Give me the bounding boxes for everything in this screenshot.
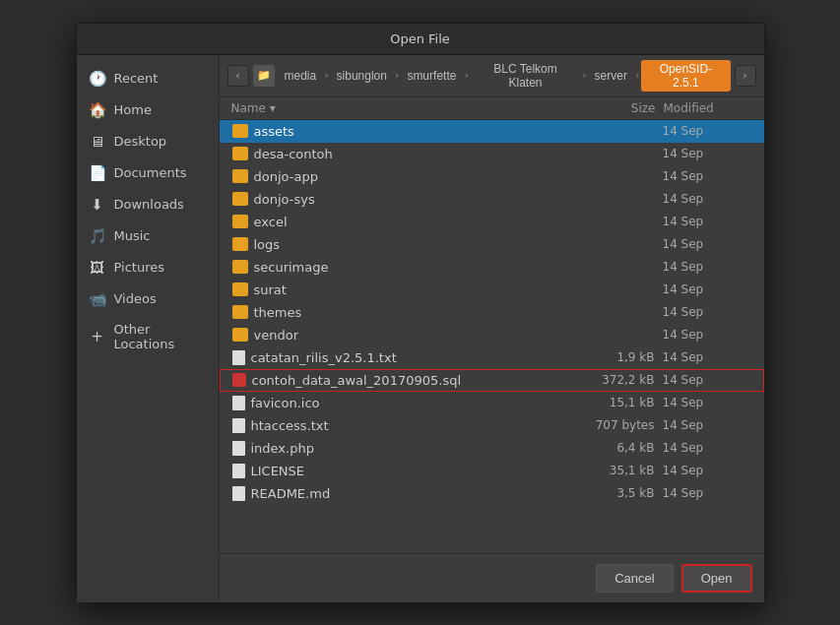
file-modified: 14 Sep (663, 305, 751, 319)
sidebar-label-documents: Documents (114, 165, 187, 180)
back-button[interactable]: ‹ (227, 65, 249, 87)
open-file-dialog: Open File 🕐 Recent 🏠 Home 🖥 Desktop 📄 Do… (76, 23, 765, 603)
breadcrumb-blc-telkom-klaten[interactable]: BLC Telkom Klaten (471, 60, 580, 92)
sidebar-item-videos[interactable]: 📹 Videos (77, 283, 219, 315)
file-name-text: README.md (251, 486, 331, 501)
recent-icon: 🕐 (89, 70, 106, 88)
file-rows: assets 14 Sep desa-contoh 14 Sep donjo-a… (220, 120, 764, 505)
folder-icon (232, 169, 248, 183)
table-row[interactable]: logs 14 Sep (220, 233, 764, 256)
table-row[interactable]: favicon.ico 15,1 kB 14 Sep (220, 392, 764, 414)
file-modified: 14 Sep (663, 486, 751, 500)
table-row[interactable]: htaccess.txt 707 bytes 14 Sep (220, 414, 764, 437)
table-row[interactable]: securimage 14 Sep (220, 256, 764, 279)
sidebar-item-downloads[interactable]: ⬇ Downloads (77, 189, 219, 220)
table-row[interactable]: catatan_rilis_v2.5.1.txt 1,9 kB 14 Sep (220, 346, 764, 369)
sidebar-item-music[interactable]: 🎵 Music (77, 220, 219, 252)
table-row[interactable]: donjo-app 14 Sep (220, 165, 764, 188)
file-name-text: htaccess.txt (251, 418, 329, 433)
file-name-text: contoh_data_awal_20170905.sql (252, 373, 462, 388)
file-name: securimage (232, 260, 564, 275)
sidebar-item-desktop[interactable]: 🖥 Desktop (77, 126, 219, 157)
table-row[interactable]: desa-contoh 14 Sep (220, 143, 764, 165)
file-modified: 14 Sep (663, 147, 751, 160)
sidebar-label-home: Home (114, 102, 152, 117)
bottom-bar: Cancel Open (220, 553, 764, 602)
sidebar-item-other[interactable]: + Other Locations (77, 315, 219, 358)
file-modified: 14 Sep (663, 192, 751, 206)
file-name-text: catatan_rilis_v2.5.1.txt (251, 350, 397, 365)
file-modified: 14 Sep (663, 260, 751, 274)
other-icon: + (89, 328, 106, 345)
file-name: index.php (232, 441, 564, 456)
table-row[interactable]: surat 14 Sep (220, 279, 764, 301)
table-row[interactable]: contoh_data_awal_20170905.sql 372,2 kB 1… (220, 369, 764, 392)
table-row[interactable]: index.php 6,4 kB 14 Sep (220, 437, 764, 460)
table-row[interactable]: LICENSE 35,1 kB 14 Sep (220, 460, 764, 482)
sidebar-item-home[interactable]: 🏠 Home (77, 94, 219, 126)
breadcrumb-server[interactable]: server (589, 67, 633, 85)
table-row[interactable]: themes 14 Sep (220, 301, 764, 324)
open-button[interactable]: Open (681, 564, 752, 593)
file-name: README.md (232, 486, 564, 501)
file-name-text: surat (254, 282, 287, 297)
sidebar-label-downloads: Downloads (114, 197, 184, 212)
file-name-text: assets (254, 124, 294, 139)
sidebar-item-documents[interactable]: 📄 Documents (77, 157, 219, 189)
folder-icon (232, 282, 248, 296)
file-modified: 14 Sep (663, 396, 751, 409)
table-row[interactable]: excel 14 Sep (220, 211, 764, 233)
sidebar-item-pictures[interactable]: 🖼 Pictures (77, 252, 219, 283)
file-list-header: Name ▾ Size Modified (220, 97, 764, 120)
file-modified: 14 Sep (663, 237, 751, 251)
file-modified: 14 Sep (663, 328, 751, 342)
file-name: favicon.ico (232, 396, 564, 410)
file-icon (232, 418, 245, 433)
breadcrumb-sep-1: › (324, 69, 328, 82)
table-row[interactable]: donjo-sys 14 Sep (220, 188, 764, 211)
file-name-text: favicon.ico (251, 396, 320, 410)
file-icon (232, 464, 245, 478)
file-modified: 14 Sep (663, 464, 751, 477)
file-icon (232, 486, 245, 501)
desktop-icon: 🖥 (89, 133, 106, 151)
header-modified[interactable]: Modified (664, 101, 752, 115)
file-name-text: securimage (254, 260, 329, 275)
file-name-text: excel (254, 215, 288, 229)
breadcrumb-opensid-2.5.1[interactable]: OpenSID-2.5.1 (641, 60, 730, 92)
table-row[interactable]: README.md 3,5 kB 14 Sep (220, 482, 764, 505)
file-list-wrapper[interactable]: Name ▾ Size Modified assets 14 Sep desa-… (220, 97, 764, 553)
downloads-icon: ⬇ (89, 196, 106, 214)
file-name: htaccess.txt (232, 418, 564, 433)
documents-icon: 📄 (89, 164, 106, 182)
sql-icon (232, 373, 246, 387)
table-row[interactable]: assets 14 Sep (220, 120, 764, 143)
file-name: donjo-app (232, 169, 564, 184)
table-row[interactable]: vendor 14 Sep (220, 324, 764, 346)
file-name: themes (232, 305, 564, 320)
title-text: Open File (390, 31, 450, 46)
file-name: assets (232, 124, 564, 139)
file-size: 1,9 kB (564, 350, 663, 364)
header-size[interactable]: Size (565, 101, 664, 115)
file-name: catatan_rilis_v2.5.1.txt (232, 350, 564, 365)
breadcrumb-sep-4: › (582, 69, 586, 82)
file-icon (232, 396, 245, 410)
forward-button[interactable]: › (735, 65, 756, 87)
breadcrumb-sibunglon[interactable]: sibunglon (331, 67, 393, 85)
path-bar: ‹ 📁 media›sibunglon›smurfette›BLC Telkom… (220, 55, 764, 97)
header-name[interactable]: Name ▾ (231, 101, 565, 115)
folder-icon (232, 305, 248, 319)
breadcrumb-media[interactable]: media (279, 67, 323, 85)
sidebar-item-recent[interactable]: 🕐 Recent (77, 63, 219, 94)
breadcrumb-smurfette[interactable]: smurfette (401, 67, 462, 85)
file-icon (232, 350, 245, 365)
file-name: contoh_data_awal_20170905.sql (232, 373, 564, 388)
sidebar-label-pictures: Pictures (114, 260, 164, 275)
sidebar-label-recent: Recent (114, 71, 159, 86)
file-modified: 14 Sep (663, 215, 751, 228)
file-icon (232, 441, 245, 456)
file-modified: 14 Sep (663, 282, 751, 296)
file-modified: 14 Sep (663, 350, 751, 364)
cancel-button[interactable]: Cancel (596, 564, 673, 593)
